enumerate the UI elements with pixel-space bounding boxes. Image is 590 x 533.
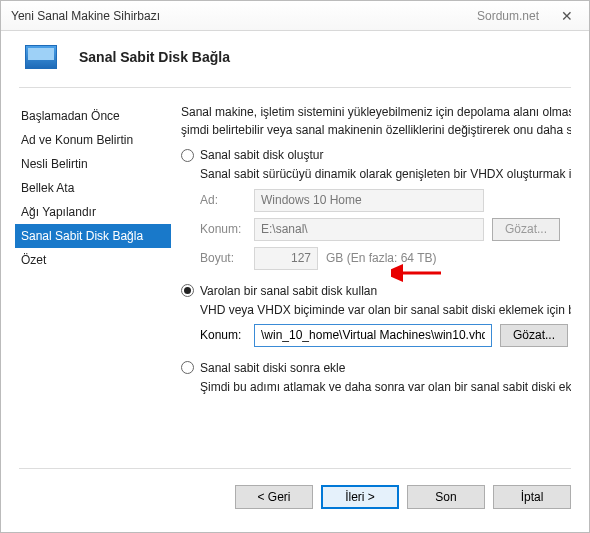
option-desc: VHD veya VHDX biçiminde var olan bir san… — [200, 302, 571, 318]
sidebar-item-intro[interactable]: Başlamadan Önce — [15, 104, 171, 128]
radio-label: Sanal sabit diski sonra ekle — [200, 361, 345, 375]
close-button[interactable]: ✕ — [545, 1, 589, 31]
window-title: Yeni Sanal Makine Sihirbazı — [11, 9, 477, 23]
sidebar-item-name[interactable]: Ad ve Konum Belirtin — [15, 128, 171, 152]
sidebar-item-summary[interactable]: Özet — [15, 248, 171, 272]
watermark: Sordum.net — [477, 9, 539, 23]
wizard-icon — [25, 45, 57, 69]
radio-icon — [181, 149, 194, 162]
location-label: Konum: — [200, 222, 246, 236]
existing-location-field[interactable] — [254, 324, 492, 347]
intro-text-1: Sanal makine, işletim sistemini yükleyeb… — [181, 104, 571, 120]
radio-attach-later[interactable]: Sanal sabit diski sonra ekle — [181, 361, 571, 375]
name-field — [254, 189, 484, 212]
next-button[interactable]: İleri > — [321, 485, 399, 509]
radio-use-existing[interactable]: Varolan bir sanal sabit disk kullan — [181, 284, 571, 298]
radio-create-disk[interactable]: Sanal sabit disk oluştur — [181, 148, 571, 162]
cancel-button[interactable]: İptal — [493, 485, 571, 509]
location-field — [254, 218, 484, 241]
existing-disk-form: Konum: Gözat... — [200, 324, 571, 347]
browse-button-disabled: Gözat... — [492, 218, 560, 241]
browse-button[interactable]: Gözat... — [500, 324, 568, 347]
sidebar-item-memory[interactable]: Bellek Ata — [15, 176, 171, 200]
sidebar-item-generation[interactable]: Nesli Belirtin — [15, 152, 171, 176]
wizard-header: Sanal Sabit Disk Bağla — [1, 31, 589, 75]
titlebar: Yeni Sanal Makine Sihirbazı Sordum.net ✕ — [1, 1, 589, 31]
option-use-existing: Varolan bir sanal sabit disk kullan VHD … — [181, 284, 571, 347]
sidebar-item-disk[interactable]: Sanal Sabit Disk Bağla — [15, 224, 171, 248]
sidebar: Başlamadan Önce Ad ve Konum Belirtin Nes… — [1, 98, 171, 468]
radio-label: Varolan bir sanal sabit disk kullan — [200, 284, 377, 298]
option-desc: Sanal sabit sürücüyü dinamik olarak geni… — [200, 166, 571, 182]
finish-button[interactable]: Son — [407, 485, 485, 509]
size-suffix: GB (En fazla: 64 TB) — [326, 251, 437, 265]
radio-icon — [181, 284, 194, 297]
option-create-disk: Sanal sabit disk oluştur Sanal sabit sür… — [181, 148, 571, 269]
sidebar-item-network[interactable]: Ağı Yapılandır — [15, 200, 171, 224]
wizard-body: Başlamadan Önce Ad ve Konum Belirtin Nes… — [1, 88, 589, 468]
page-title: Sanal Sabit Disk Bağla — [79, 49, 230, 65]
size-label: Boyut: — [200, 251, 246, 265]
close-icon: ✕ — [561, 8, 573, 24]
location-label: Konum: — [200, 328, 246, 342]
intro-text-2: şimdi belirtebilir veya sanal makinenin … — [181, 122, 571, 138]
content-pane: Sanal makine, işletim sistemini yükleyeb… — [171, 98, 589, 468]
option-desc: Şimdi bu adımı atlamak ve daha sonra var… — [200, 379, 571, 395]
radio-icon — [181, 361, 194, 374]
size-field — [254, 247, 318, 270]
option-attach-later: Sanal sabit diski sonra ekle Şimdi bu ad… — [181, 361, 571, 395]
back-button[interactable]: < Geri — [235, 485, 313, 509]
radio-label: Sanal sabit disk oluştur — [200, 148, 323, 162]
wizard-footer: < Geri İleri > Son İptal — [19, 468, 571, 509]
create-disk-form: Ad: Konum: Gözat... Boyut: GB (En fazla:… — [200, 189, 571, 270]
name-label: Ad: — [200, 193, 246, 207]
